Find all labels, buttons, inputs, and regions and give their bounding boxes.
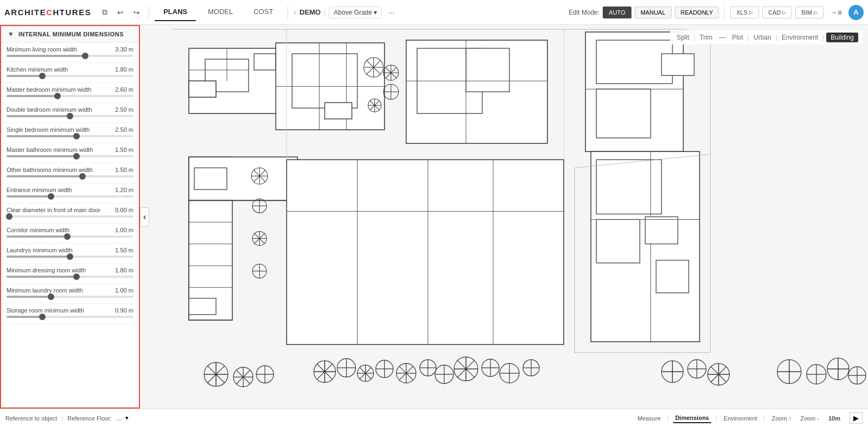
slider-value-double-bedroom: 2.50 m — [115, 106, 133, 113]
slider-row-kitchen: Kitchen minimum width 1.80 m — [1, 63, 139, 83]
sidebar-collapse-btn[interactable]: ▼ — [7, 30, 15, 38]
slider-value-master-bathroom: 1.50 m — [115, 146, 133, 153]
slider-row-master-bedroom: Master bedroom minimum width 2.60 m — [1, 83, 139, 103]
slider-label-single-bedroom: Single bedroom minimum width — [7, 126, 90, 133]
slider-row-corridor: Corridor minimum width 1.00 m — [1, 224, 139, 244]
slider-track-storage-room[interactable] — [7, 316, 133, 318]
reference-floor-dropdown[interactable]: ▾ — [125, 415, 129, 422]
grade-dropdown[interactable]: Above Grade ▾ — [329, 7, 382, 18]
view-tab-split[interactable]: Split — [674, 33, 691, 42]
zoom-level: 10m — [826, 415, 843, 422]
slider-track-clear-diameter[interactable] — [7, 215, 133, 218]
measure-btn[interactable]: Measure — [635, 414, 663, 423]
slider-track-living-room[interactable] — [7, 55, 133, 57]
view-tab-environment[interactable]: Environment — [780, 33, 820, 42]
edit-mode-auto[interactable]: AUTO — [603, 7, 631, 18]
svg-rect-40 — [596, 220, 640, 263]
more-options-btn[interactable]: ··· — [385, 6, 398, 19]
svg-rect-8 — [292, 54, 357, 108]
slider-track-master-bathroom[interactable] — [7, 155, 133, 157]
environment-btn[interactable]: Environment — [722, 414, 760, 423]
slider-row-other-bathrooms: Other bathrooms minimum width 1.50 m — [1, 163, 139, 183]
divider-2 — [288, 6, 288, 19]
bim-export-btn[interactable]: BIM ▷ — [795, 7, 824, 18]
grade-label: Above Grade — [334, 9, 372, 16]
view-tab-plot[interactable]: Plot — [730, 33, 745, 42]
canvas-right-btn[interactable]: ▶ — [850, 412, 863, 424]
arrow-up-icon: ↑ — [293, 9, 297, 16]
slider-track-master-bedroom[interactable] — [7, 95, 133, 97]
slider-track-kitchen[interactable] — [7, 75, 133, 77]
svg-rect-32 — [189, 298, 216, 315]
tab-model[interactable]: MODEL — [199, 3, 241, 21]
view-tab-dash: — — [717, 33, 727, 42]
svg-rect-3 — [189, 81, 216, 97]
svg-rect-22 — [661, 54, 694, 75]
chevron-down-icon: ▾ — [374, 9, 377, 16]
slider-row-laundry-room: Minimum laundry room width 1.00 m — [1, 284, 139, 304]
slider-value-laundrys: 1.50 m — [115, 247, 133, 253]
canvas-area: Split | Trim — Plot | Urban | Environmen… — [140, 25, 868, 409]
edit-mode-manual[interactable]: MANUAL — [635, 7, 672, 18]
slider-track-entrance[interactable] — [7, 195, 133, 197]
slider-value-storage-room: 0.90 m — [115, 307, 133, 314]
dimensions-btn[interactable]: Dimensions — [673, 413, 711, 423]
slider-value-kitchen: 1.80 m — [115, 66, 133, 73]
svg-rect-12 — [325, 103, 352, 119]
bim-triangle-icon: ▷ — [814, 10, 818, 15]
logo-text: ARCHITECHTURES — [4, 8, 91, 17]
xls-export-btn[interactable]: XLS ▷ — [730, 7, 759, 18]
project-name: DEMO — [299, 8, 321, 16]
slider-row-clear-diameter: Clear diameter in front of main door 0.0… — [1, 203, 139, 224]
sep3: | — [716, 415, 717, 422]
zoom-out-btn[interactable]: Zoom - — [798, 414, 821, 423]
avatar[interactable]: A — [848, 5, 864, 20]
project-separator: | — [324, 9, 326, 16]
tab-plans[interactable]: PLANS — [155, 3, 196, 21]
undo-btn[interactable]: ↩ — [114, 6, 127, 19]
slider-track-laundry-room[interactable] — [7, 296, 133, 298]
slider-label-double-bedroom: Double bedroom minimum width — [7, 106, 92, 113]
merge-btn[interactable]: →≡ — [827, 6, 845, 19]
view-tab-building[interactable]: Building — [826, 33, 858, 42]
slider-container: Minimum living room width 3.30 m Kitchen… — [1, 43, 139, 324]
slider-label-corridor: Corridor minimum width — [7, 227, 69, 233]
slider-track-single-bedroom[interactable] — [7, 135, 133, 137]
slider-row-living-room: Minimum living room width 3.30 m — [1, 43, 139, 63]
slider-value-master-bedroom: 2.60 m — [115, 86, 133, 93]
view-tabs: Split | Trim — Plot | Urban | Environmen… — [670, 30, 863, 44]
slider-track-other-bathrooms[interactable] — [7, 175, 133, 177]
redo-btn[interactable]: ↪ — [130, 6, 143, 19]
zoom-in-btn[interactable]: Zoom ↑ — [769, 414, 794, 423]
slider-row-entrance: Entrance minimum width 1.20 m — [1, 183, 139, 203]
slider-label-clear-diameter: Clear diameter in front of main door — [7, 207, 100, 213]
slider-label-dressing-room: Minimum dressing room width — [7, 267, 86, 273]
slider-value-dressing-room: 1.80 m — [115, 267, 133, 273]
cad-export-btn[interactable]: CAD ▷ — [762, 7, 792, 18]
view-tab-trim[interactable]: Trim — [698, 33, 715, 42]
slider-row-laundrys: Laundrys minimum width 1.50 m — [1, 244, 139, 264]
slider-label-kitchen: Kitchen minimum width — [7, 66, 68, 73]
window-icon-btn[interactable]: ⧉ — [99, 5, 111, 19]
slider-track-double-bedroom[interactable] — [7, 115, 133, 117]
view-tab-urban[interactable]: Urban — [751, 33, 774, 42]
slider-label-other-bathrooms: Other bathrooms minimum width — [7, 167, 93, 173]
slider-track-dressing-room[interactable] — [7, 276, 133, 278]
svg-rect-43 — [656, 260, 688, 293]
canvas-left-arrow[interactable]: ‹ — [140, 207, 149, 227]
slider-track-laundrys[interactable] — [7, 256, 133, 258]
edit-mode-readonly[interactable]: READONLY — [675, 7, 719, 18]
topbar: ARCHITECHTURES ⧉ ↩ ↪ PLANS MODEL COST ↑ … — [0, 0, 868, 25]
svg-rect-6 — [254, 54, 276, 70]
slider-label-laundrys: Laundrys minimum width — [7, 247, 73, 253]
floor-plan-svg — [140, 25, 868, 409]
svg-rect-33 — [286, 160, 564, 345]
tab-cost[interactable]: COST — [245, 3, 282, 21]
main-layout: ▼ INTERNAL MINIMUM DIMENSIONS Minimum li… — [0, 25, 868, 409]
slider-track-corridor[interactable] — [7, 235, 133, 238]
bim-label: BIM — [801, 9, 812, 16]
sep1: | — [61, 415, 63, 422]
slider-value-laundry-room: 1.00 m — [115, 287, 133, 294]
xls-triangle-icon: ▷ — [749, 10, 753, 15]
reference-object-label: Reference to object — [5, 415, 57, 422]
